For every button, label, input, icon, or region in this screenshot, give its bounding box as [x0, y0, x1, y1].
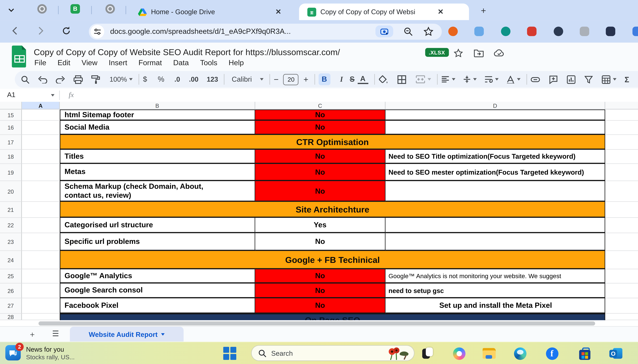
app-outlook-icon[interactable]: O: [609, 346, 623, 360]
vertical-align-dropdown-icon[interactable]: [473, 78, 477, 80]
create-filter-icon[interactable]: [584, 76, 592, 83]
app-facebook-icon[interactable]: f: [545, 346, 559, 360]
all-sheets-icon[interactable]: ☰: [52, 329, 59, 338]
cell-A28[interactable]: [22, 314, 60, 320]
menu-tools[interactable]: Tools: [200, 58, 217, 67]
print-icon[interactable]: [73, 75, 83, 84]
cell-C20[interactable]: No: [255, 181, 385, 202]
ext-k-dark-icon[interactable]: [553, 27, 563, 36]
column-header-D[interactable]: D: [385, 102, 605, 110]
ext-g-ring-icon[interactable]: [501, 27, 510, 36]
cell-B19[interactable]: Metas: [60, 164, 255, 181]
font-dropdown-icon[interactable]: [260, 78, 264, 80]
ext-sq-icon[interactable]: [448, 27, 458, 36]
row-header-23[interactable]: 23: [0, 233, 22, 251]
widgets-button[interactable]: 2 News for you Stocks rally, US...: [5, 345, 75, 361]
horizontal-scroll-thumb[interactable]: [39, 321, 595, 325]
row-header-22[interactable]: 22: [0, 218, 22, 233]
close-tab-icon[interactable]: ✕: [275, 8, 281, 16]
cell-D20[interactable]: [385, 181, 605, 202]
cell-B23[interactable]: Specific url problems: [60, 233, 255, 251]
cell-C25[interactable]: No: [255, 269, 385, 284]
toolbar-search-icon[interactable]: [21, 75, 30, 84]
functions-button[interactable]: Σ: [624, 75, 629, 84]
cell-E26[interactable]: [605, 284, 638, 298]
new-tab-button[interactable]: +: [481, 5, 486, 16]
sheet-tab-active[interactable]: Website Audit Report: [70, 327, 184, 342]
add-sheet-icon[interactable]: ＋: [29, 329, 36, 340]
app-edge-icon[interactable]: [513, 346, 527, 360]
cell-C27[interactable]: No: [255, 298, 385, 314]
fill-color-icon[interactable]: [378, 75, 388, 84]
cell-D26[interactable]: need to setup gsc: [385, 284, 605, 298]
menu-edit[interactable]: Edit: [58, 58, 70, 67]
cell-B15[interactable]: html Sitemap footer: [60, 110, 255, 121]
ext-swirl-icon[interactable]: [606, 27, 615, 36]
pinned-tab-green-b[interactable]: B: [71, 4, 80, 14]
menu-file[interactable]: File: [34, 58, 46, 67]
italic-button[interactable]: I: [336, 75, 347, 84]
zoom-out-icon[interactable]: [403, 26, 413, 36]
row-header-26[interactable]: 26: [0, 284, 22, 298]
address-bar[interactable]: docs.google.com/spreadsheets/d/1_eA9cPXf…: [89, 23, 442, 39]
remembrance-poppy-doodle[interactable]: [387, 346, 409, 360]
increase-font-size-button[interactable]: +: [303, 74, 308, 84]
menu-insert[interactable]: Insert: [109, 58, 127, 67]
menu-help[interactable]: Help: [229, 58, 244, 67]
cell-E16[interactable]: [605, 121, 638, 135]
text-color-button[interactable]: A: [358, 74, 368, 84]
cell-C18[interactable]: No: [255, 150, 385, 164]
spreadsheet-grid[interactable]: 15html Sitemap footerNo16Social MediaNo1…: [0, 110, 638, 320]
cell-D23[interactable]: [385, 233, 605, 251]
column-header-B[interactable]: B: [60, 102, 255, 110]
cell-C23[interactable]: No: [255, 233, 385, 251]
cell-A17[interactable]: [22, 135, 60, 150]
column-header-A[interactable]: A: [22, 102, 60, 110]
borders-icon[interactable]: [397, 75, 406, 84]
app-photos-icon[interactable]: [421, 346, 435, 360]
cell-B22[interactable]: Categorised url structure: [60, 218, 255, 233]
ext-phone-icon[interactable]: [474, 27, 484, 36]
text-wrap-icon[interactable]: [484, 76, 492, 83]
row-header-24[interactable]: 24: [0, 251, 22, 269]
cell-A21[interactable]: [22, 202, 60, 218]
format-currency-button[interactable]: $: [143, 75, 147, 84]
cell-A23[interactable]: [22, 233, 60, 251]
bookmark-star-icon[interactable]: [423, 26, 433, 36]
tab-google-drive[interactable]: Home - Google Drive ✕: [133, 4, 291, 20]
text-rotation-icon[interactable]: [506, 76, 514, 83]
redo-icon[interactable]: [56, 76, 65, 83]
ext-code-icon[interactable]: [580, 27, 589, 36]
cell-A26[interactable]: [22, 284, 60, 298]
cell-A16[interactable]: [22, 121, 60, 135]
merge-cells-icon[interactable]: [415, 75, 425, 84]
section-row-21[interactable]: Site Architechture: [60, 202, 605, 218]
forward-icon[interactable]: [36, 26, 45, 36]
cell-C19[interactable]: No: [255, 164, 385, 181]
lens-icon[interactable]: [375, 26, 393, 37]
cell-D22[interactable]: [385, 218, 605, 233]
merge-dropdown-icon[interactable]: [427, 78, 431, 80]
cell-B18[interactable]: Titles: [60, 150, 255, 164]
column-header-E[interactable]: E: [605, 102, 638, 110]
cell-D16[interactable]: [385, 121, 605, 135]
row-header-25[interactable]: 25: [0, 269, 22, 284]
zoom-select[interactable]: 100%: [110, 76, 127, 83]
section-row-17[interactable]: CTR Optimisation: [60, 135, 605, 150]
cell-A20[interactable]: [22, 181, 60, 202]
cell-E28[interactable]: [605, 314, 638, 320]
row-header-16[interactable]: 16: [0, 121, 22, 135]
cell-A27[interactable]: [22, 298, 60, 314]
cell-E22[interactable]: [605, 218, 638, 233]
cell-E23[interactable]: [605, 233, 638, 251]
cell-E27[interactable]: [605, 298, 638, 314]
text-rotation-dropdown-icon[interactable]: [517, 78, 520, 80]
app-file-explorer-icon[interactable]: [482, 346, 496, 360]
cell-E15[interactable]: [605, 110, 638, 121]
app-microsoft-store-icon[interactable]: [577, 346, 591, 360]
menu-view[interactable]: View: [82, 58, 98, 67]
cell-E24[interactable]: [605, 251, 638, 269]
strikethrough-button[interactable]: S: [347, 75, 358, 84]
vertical-align-icon[interactable]: [463, 75, 471, 84]
tab-spreadsheet-active[interactable]: Copy of Copy of Copy of Websi ✕: [299, 4, 469, 20]
